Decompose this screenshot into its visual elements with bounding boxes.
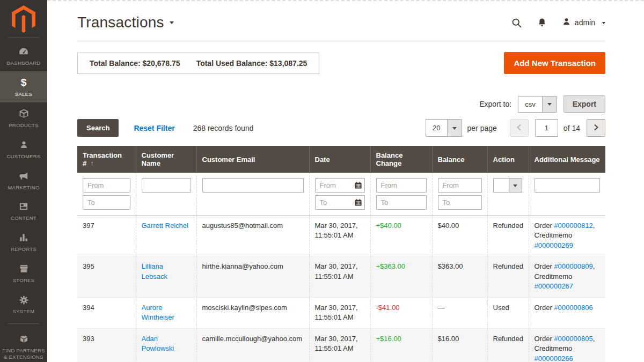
document-number-link[interactable]: #000000806 — [554, 304, 592, 312]
sidebar-item-products[interactable]: PRODUCTS — [0, 102, 47, 134]
table-row[interactable]: 394Aurore Wintheisermosciski.kaylin@sipe… — [77, 297, 605, 328]
sidebar-item-content[interactable]: CONTENT — [0, 195, 47, 226]
table-header-row: Transaction #↑Customer NameCustomer Emai… — [77, 146, 605, 173]
sidebar-item-stores[interactable]: STORES — [0, 257, 47, 289]
products-icon — [18, 108, 30, 120]
magento-logo[interactable] — [0, 0, 47, 38]
filter-transaction-from-input[interactable] — [83, 178, 130, 193]
reports-icon — [18, 232, 29, 243]
filter-cell-customer-name — [136, 173, 196, 216]
balance-change-value: +$16.00 — [376, 335, 401, 343]
filter-cell-additional-message — [529, 173, 605, 216]
notifications-bell-icon[interactable] — [537, 17, 547, 28]
sidebar-item-reports[interactable]: REPORTS — [0, 226, 47, 257]
total-balance: Total Balance: $20,678.75 — [90, 59, 180, 68]
sidebar-item-sales[interactable]: $SALES — [0, 71, 47, 102]
admin-account-menu[interactable]: admin — [562, 17, 605, 28]
cell-customer-email: hirthe.kianna@yahoo.com — [196, 256, 309, 297]
cell-date: Mar 30, 2017, 11:55:01 AM — [309, 297, 370, 328]
page-header: Transactions admin — [77, 1, 605, 41]
export-band: Export to: csv Export — [77, 95, 605, 113]
per-page-select[interactable]: 20 — [426, 119, 462, 137]
sidebar-item-label: PRODUCTS — [9, 122, 39, 129]
cell-customer-email: mosciski.kaylin@sipes.com — [196, 297, 309, 328]
cell-additional-message: Order #000000812, Creditmemo #000000269 — [529, 216, 605, 256]
cell-balance: — — [432, 297, 487, 328]
filter-balance-from-input[interactable] — [438, 178, 482, 193]
column-header-customer-email[interactable]: Customer Email — [196, 146, 309, 173]
document-number-link[interactable]: #000000267 — [535, 282, 573, 290]
balance-change-value: +$40.00 — [376, 221, 401, 230]
sidebar-item-label: MARKETING — [8, 184, 39, 191]
document-number-link[interactable]: #000000269 — [535, 241, 573, 249]
column-header-balance[interactable]: Balance — [432, 146, 487, 173]
sidebar-divider — [8, 323, 40, 324]
export-format-select[interactable]: csv — [518, 96, 557, 113]
cell-customer-name: Lilliana Lebsack — [136, 256, 196, 297]
sidebar-item-customers[interactable]: CUSTOMERS — [0, 134, 47, 165]
cell-action: Refunded — [487, 328, 529, 362]
filter-additional-message-input[interactable] — [535, 178, 601, 193]
document-number-link[interactable]: #000000809 — [554, 262, 592, 270]
customer-name-link[interactable]: Adan Powlowski — [142, 335, 174, 352]
column-header-balance-change[interactable]: Balance Change — [370, 146, 432, 173]
add-new-transaction-button[interactable]: Add New Transaction — [504, 52, 605, 74]
filter-customer-email-input[interactable] — [202, 178, 304, 193]
chevron-down-icon — [542, 97, 557, 112]
column-header-additional-message[interactable]: Additional Message — [529, 146, 605, 173]
filter-customer-name-input[interactable] — [142, 178, 191, 193]
sidebar-item-marketing[interactable]: MARKETING — [0, 165, 47, 196]
filter-balance-change-from-input[interactable] — [376, 178, 427, 193]
document-number-link[interactable]: #000000812 — [554, 221, 592, 230]
filter-cell-balance-change — [370, 173, 432, 216]
calendar-icon[interactable] — [354, 198, 362, 206]
page-number-input[interactable] — [535, 119, 558, 137]
cell-action: Used — [487, 297, 529, 328]
search-icon[interactable] — [511, 17, 522, 28]
customer-name-link[interactable]: Garrett Reichel — [142, 221, 188, 230]
column-label: Additional Message — [535, 156, 600, 164]
column-label: Balance Change — [376, 151, 403, 167]
records-found-label: 268 records found — [193, 124, 254, 132]
filter-balance-change-to-input[interactable] — [376, 195, 427, 210]
export-button[interactable]: Export — [564, 95, 605, 113]
sidebar-item-find-partners[interactable]: FIND PARTNERS & EXTENSIONS — [0, 328, 47, 362]
filter-action-select[interactable] — [493, 178, 522, 193]
user-icon — [562, 17, 571, 28]
column-header-transaction[interactable]: Transaction #↑ — [77, 146, 136, 173]
message-text: Order — [535, 262, 554, 270]
filter-balance-to-input[interactable] — [438, 195, 482, 210]
chevron-right-icon — [594, 124, 599, 132]
sidebar-menu: DASHBOARD$SALESPRODUCTSCUSTOMERSMARKETIN… — [0, 40, 47, 362]
reset-filter-link[interactable]: Reset Filter — [134, 124, 174, 132]
customer-name-link[interactable]: Lilliana Lebsack — [142, 262, 167, 280]
document-number-link[interactable]: #000000805 — [554, 335, 592, 343]
table-row[interactable]: 393Adan Powlowskicamille.mccullough@yaho… — [77, 328, 605, 362]
sidebar-item-label: CUSTOMERS — [6, 153, 40, 160]
filter-transaction-to-input[interactable] — [83, 195, 130, 210]
calendar-icon[interactable] — [354, 181, 362, 189]
table-body: 397Garrett Reichelaugustus85@hotmail.com… — [77, 216, 605, 362]
dashboard-icon — [18, 46, 30, 57]
export-format-value: csv — [518, 97, 542, 112]
column-header-customer-name[interactable]: Customer Name — [136, 146, 196, 173]
previous-page-button[interactable] — [510, 119, 529, 137]
customer-name-link[interactable]: Aurore Wintheiser — [142, 304, 174, 321]
cell-balance-change: +$363.00 — [370, 256, 432, 297]
column-header-date[interactable]: Date — [309, 146, 370, 173]
sidebar-item-label: DASHBOARD — [7, 60, 41, 67]
column-label: Customer Name — [142, 151, 174, 167]
table-row[interactable]: 395Lilliana Lebsackhirthe.kianna@yahoo.c… — [77, 256, 605, 297]
table-row[interactable]: 397Garrett Reichelaugustus85@hotmail.com… — [77, 216, 605, 256]
sidebar-item-system[interactable]: SYSTEM — [0, 289, 47, 320]
search-button[interactable]: Search — [77, 119, 119, 137]
column-header-action[interactable]: Action — [487, 146, 529, 173]
next-page-button[interactable] — [587, 119, 605, 137]
total-balance-label: Total Balance: — [90, 59, 141, 68]
main-content: Transactions admin — [47, 0, 644, 362]
page-title[interactable]: Transactions — [77, 14, 174, 31]
admin-username: admin — [575, 18, 595, 27]
sidebar-item-dashboard[interactable]: DASHBOARD — [0, 40, 47, 71]
cell-customer-name: Garrett Reichel — [136, 216, 196, 256]
document-number-link[interactable]: #000000266 — [535, 354, 573, 362]
